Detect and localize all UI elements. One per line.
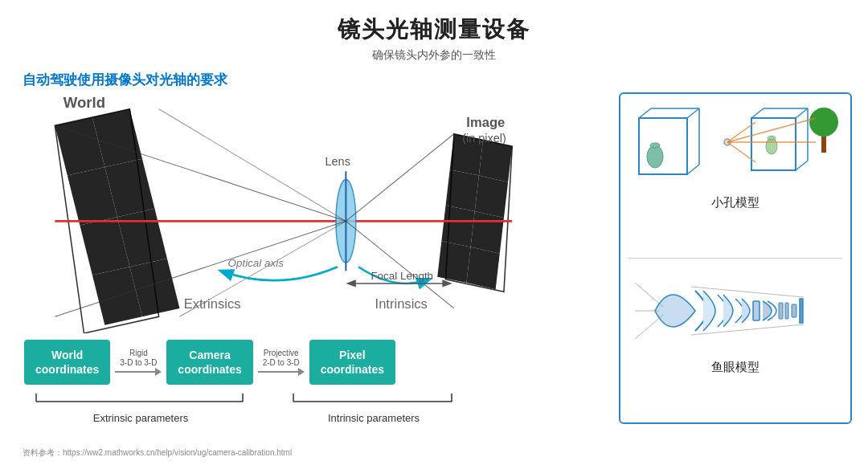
pinhole-model-section: 小孔模型 xyxy=(628,102,842,250)
svg-rect-59 xyxy=(821,137,826,153)
svg-line-41 xyxy=(639,108,651,118)
svg-line-55 xyxy=(796,161,808,170)
svg-rect-66 xyxy=(785,303,788,319)
left-diagram: World Image (in pixel) xyxy=(16,92,609,424)
sub-title: 确保镜头内外参的一致性 xyxy=(0,48,868,63)
svg-line-42 xyxy=(687,108,699,118)
title-section: 镜头光轴测量设备 确保镜头内外参的一致性 xyxy=(0,0,868,63)
projective-arrow: Projective2-D to 3-D xyxy=(253,349,309,376)
svg-rect-64 xyxy=(753,301,760,320)
svg-point-48 xyxy=(650,143,660,148)
svg-text:Intrinsics: Intrinsics xyxy=(375,296,428,312)
rigid-arrow: Rigid3-D to 3-D xyxy=(110,349,166,376)
svg-marker-11 xyxy=(479,140,512,182)
svg-line-73 xyxy=(635,315,663,339)
svg-text:(in pixel): (in pixel) xyxy=(462,132,506,145)
coord-boxes: Worldcoordinates Rigid3-D to 3-D Camerac… xyxy=(24,340,609,385)
svg-marker-16 xyxy=(437,241,470,283)
right-panel: 小孔模型 xyxy=(619,92,852,424)
svg-line-51 xyxy=(751,108,764,118)
svg-marker-13 xyxy=(475,175,508,218)
main-title: 镜头光轴测量设备 xyxy=(0,14,868,45)
optics-diagram: World Image (in pixel) xyxy=(16,92,609,333)
svg-rect-40 xyxy=(639,118,687,174)
params-row: Extrinsic parameters Intrinsic parameter… xyxy=(31,390,609,424)
svg-line-28 xyxy=(346,221,453,308)
svg-rect-68 xyxy=(800,299,803,323)
svg-marker-17 xyxy=(466,247,499,289)
projective-label: Projective2-D to 3-D xyxy=(263,349,300,368)
pixel-coord-box: Pixelcoordinates xyxy=(309,340,395,385)
svg-rect-67 xyxy=(792,304,796,317)
world-plane: World xyxy=(55,94,179,333)
svg-text:Focal Length: Focal Length xyxy=(371,270,433,282)
panel-divider xyxy=(628,258,842,259)
source-ref: 资料参考：https://ww2.mathworks.cn/help/visio… xyxy=(23,447,292,459)
svg-line-71 xyxy=(635,283,663,307)
pinhole-diagram xyxy=(631,102,840,190)
rigid-label: Rigid3-D to 3-D xyxy=(120,349,157,368)
pinhole-model-label: 小孔模型 xyxy=(711,195,760,210)
image-plane: Image (in pixel) xyxy=(437,115,512,292)
svg-point-58 xyxy=(809,108,838,137)
svg-text:Extrinsics: Extrinsics xyxy=(184,296,241,312)
content-wrapper: World Image (in pixel) xyxy=(0,89,868,424)
svg-line-25 xyxy=(159,109,346,222)
svg-marker-15 xyxy=(471,211,504,254)
lens-shape: Lens xyxy=(326,155,356,271)
svg-text:Optical axis: Optical axis xyxy=(227,257,284,269)
svg-text:Image: Image xyxy=(466,115,505,130)
svg-marker-12 xyxy=(446,169,479,211)
world-label: World xyxy=(63,94,105,111)
section-heading: 自动驾驶使用摄像头对光轴的要求 xyxy=(0,63,868,89)
svg-rect-65 xyxy=(779,303,783,319)
extrinsic-label: Extrinsic parameters xyxy=(32,412,249,424)
svg-line-27 xyxy=(346,134,453,222)
intrinsic-label: Intrinsic parameters xyxy=(289,412,458,424)
svg-text:Lens: Lens xyxy=(326,155,350,168)
fisheye-model-section: 鱼眼模型 xyxy=(628,267,842,414)
fisheye-model-label: 鱼眼模型 xyxy=(711,360,760,375)
fisheye-diagram xyxy=(631,267,840,355)
svg-line-45 xyxy=(687,165,699,174)
svg-marker-14 xyxy=(441,206,474,247)
world-coord-box: Worldcoordinates xyxy=(24,340,110,385)
svg-point-57 xyxy=(768,137,776,141)
camera-coord-box: Cameracoordinates xyxy=(166,340,252,385)
svg-line-52 xyxy=(796,108,808,118)
